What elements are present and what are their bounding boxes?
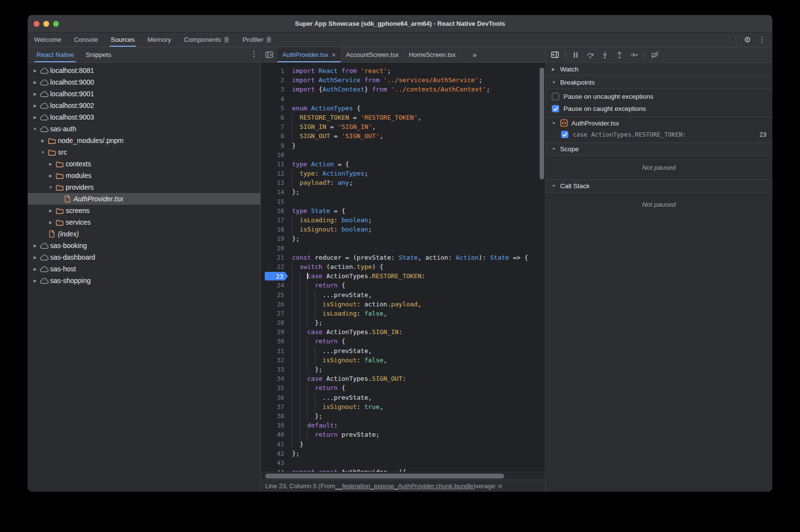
chevron-right-icon[interactable]: ▶ [47, 174, 54, 178]
line-number[interactable]: 5 [261, 104, 292, 113]
tree-item-src[interactable]: ▼src [28, 146, 260, 158]
main-tab-components[interactable]: Components [178, 33, 236, 47]
line-number[interactable]: 13 [261, 178, 292, 187]
code-line[interactable]: 39default: [261, 421, 545, 430]
line-number[interactable]: 39 [261, 421, 292, 430]
code-line[interactable]: 19}; [261, 234, 545, 243]
tree-item-sas-auth[interactable]: ▼sas-auth [28, 123, 260, 135]
code-line[interactable]: 36...prevState, [261, 393, 545, 402]
tree-item-node-modules-pnpm[interactable]: ▶node_modules/.pnpm [28, 135, 260, 146]
section-scope[interactable]: ▼Scope [545, 142, 772, 156]
tree-item-providers[interactable]: ▼providers [28, 181, 260, 193]
tree-item-localhost-9001[interactable]: ▶localhost:9001 [28, 88, 260, 100]
vertical-scrollbar[interactable] [540, 68, 544, 179]
code-line[interactable]: 27isLoading: false, [261, 309, 545, 318]
line-number[interactable]: 42 [261, 449, 292, 458]
code-line[interactable]: 3import {AuthContext} from '../contexts/… [261, 85, 545, 94]
code-line[interactable]: 12type: ActionTypes; [261, 169, 545, 178]
line-number[interactable]: 3 [261, 85, 292, 94]
line-number[interactable]: 38 [261, 411, 292, 421]
line-number[interactable]: 44 [261, 467, 292, 472]
code-line[interactable]: 15 [261, 197, 545, 206]
code-line[interactable]: 31...prevState, [261, 346, 545, 355]
code-line[interactable]: 14}; [261, 187, 545, 196]
chevron-right-icon[interactable]: ▶ [32, 80, 38, 85]
exception-checkbox-row[interactable]: Pause on caught exceptions [545, 103, 772, 115]
tree-item-sas-booking[interactable]: ▶sas-booking [28, 240, 260, 251]
chevron-down-icon[interactable]: ▼ [47, 185, 54, 190]
line-number[interactable]: 30 [261, 337, 292, 346]
line-number[interactable]: 22 [261, 262, 292, 271]
tree-item-screens[interactable]: ▶screens [28, 205, 260, 216]
tree-item-sas-dashboard[interactable]: ▶sas-dashboard [28, 251, 260, 263]
code-line[interactable]: 7SIGN_IN = 'SIGN_IN', [261, 122, 545, 131]
line-number[interactable]: 29 [261, 327, 292, 337]
checkbox-checked[interactable] [552, 105, 559, 112]
panel-left-icon[interactable] [261, 47, 277, 62]
line-number[interactable]: 35 [261, 383, 292, 392]
line-number[interactable]: 20 [261, 244, 292, 253]
chevron-right-icon[interactable]: ▶ [39, 139, 46, 143]
code-line[interactable]: 28}; [261, 318, 545, 327]
code-line[interactable]: 13payload?: any; [261, 178, 545, 187]
code-line[interactable]: 6RESTORE_TOKEN = 'RESTORE_TOKEN', [261, 113, 545, 122]
step-out-icon[interactable] [612, 49, 627, 61]
editor-tab-homescreen.tsx[interactable]: HomeScreen.tsx [404, 47, 461, 62]
code-line[interactable]: 30return { [261, 337, 545, 346]
tree-item-localhost-9000[interactable]: ▶localhost:9000 [28, 76, 260, 88]
chevron-right-icon[interactable]: ▶ [47, 209, 54, 213]
line-number[interactable]: 2 [261, 75, 292, 85]
chevron-right-icon[interactable]: ▶ [47, 220, 54, 225]
main-tab-memory[interactable]: Memory [141, 33, 178, 47]
main-tab-welcome[interactable]: Welcome [28, 33, 68, 47]
kebab-menu-icon[interactable]: ⋮ [248, 47, 260, 60]
code-line[interactable]: 22switch (action.type) { [261, 262, 545, 271]
tree-item-services[interactable]: ▶services [28, 216, 260, 228]
chevron-right-icon[interactable]: ▶ [32, 244, 38, 248]
line-number[interactable]: 14 [261, 187, 292, 196]
line-number[interactable]: 26 [261, 300, 292, 309]
line-number[interactable]: 19 [261, 234, 292, 243]
chevron-right-icon[interactable]: ▶ [32, 92, 38, 96]
line-number[interactable]: 28 [261, 318, 292, 327]
main-tab-console[interactable]: Console [68, 33, 105, 47]
code-line[interactable]: 41} [261, 440, 545, 449]
code-line[interactable]: 1import React from 'react'; [261, 66, 545, 75]
chevron-right-icon[interactable]: ▶ [32, 115, 38, 120]
line-number[interactable]: 18 [261, 225, 292, 234]
line-number[interactable]: 40 [261, 430, 292, 439]
code-line[interactable]: 35return { [261, 383, 545, 392]
more-tabs-icon[interactable]: » [468, 47, 481, 62]
panel-right-icon[interactable] [547, 49, 562, 61]
tree-item-modules[interactable]: ▶modules [28, 170, 260, 181]
tree-item-sas-host[interactable]: ▶sas-host [28, 263, 260, 275]
editor-tab-accountscreen.tsx[interactable]: AccountScreen.tsx [341, 47, 404, 62]
line-number[interactable]: 33 [261, 365, 292, 374]
line-number[interactable]: 24 [261, 281, 292, 290]
pause-icon[interactable] [568, 49, 583, 61]
code-line[interactable]: 20 [261, 244, 545, 253]
line-number[interactable]: 43 [261, 458, 292, 467]
code-line[interactable]: 9} [261, 141, 545, 150]
chevron-right-icon[interactable]: ▶ [32, 104, 38, 108]
minimize-window-button[interactable] [43, 21, 49, 27]
line-number[interactable]: 7 [261, 122, 292, 131]
section-call-stack[interactable]: ▼Call Stack [545, 179, 772, 193]
code-line[interactable]: 11type Action = { [261, 160, 545, 169]
line-number[interactable]: 8 [261, 131, 292, 141]
line-number[interactable]: 12 [261, 169, 292, 178]
code-line[interactable]: 24return { [261, 281, 545, 290]
line-number[interactable]: 23 [261, 271, 292, 281]
scrollbar-thumb[interactable] [265, 474, 504, 479]
line-number[interactable]: 32 [261, 355, 292, 365]
tree-item-localhost-8081[interactable]: ▶localhost:8081 [28, 65, 260, 76]
kebab-menu-icon[interactable]: ⋮ [756, 34, 768, 46]
editor-tab-authprovider.tsx[interactable]: AuthProvider.tsx× [277, 47, 341, 62]
code-line[interactable]: 40return prevState; [261, 430, 545, 439]
line-number[interactable]: 41 [261, 440, 292, 449]
exception-checkbox-row[interactable]: Pause on uncaught exceptions [545, 90, 772, 103]
line-number[interactable]: 11 [261, 160, 292, 169]
main-tab-sources[interactable]: Sources [105, 33, 142, 47]
code-line[interactable]: 32isSignout: false, [261, 355, 545, 365]
tree-item-contexts[interactable]: ▶contexts [28, 158, 260, 170]
